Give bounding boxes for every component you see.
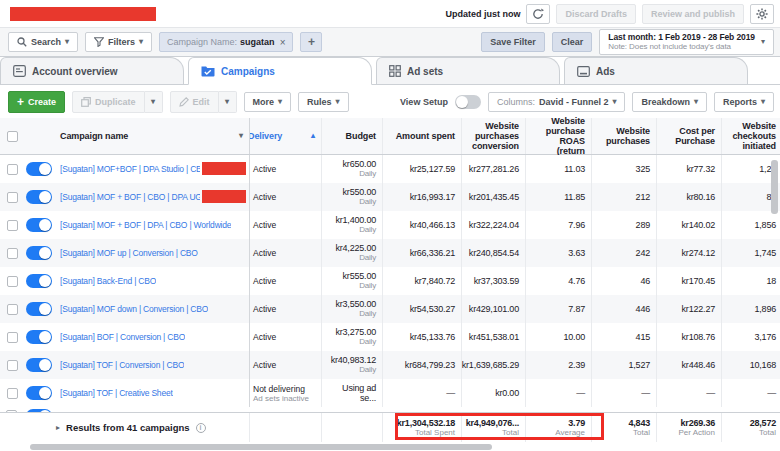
campaign-toggle[interactable] — [24, 211, 54, 239]
row-checkbox[interactable] — [0, 379, 24, 407]
delivery-cell: Active — [250, 351, 322, 379]
duplicate-caret-button[interactable]: ▾ — [145, 91, 163, 113]
checkouts-initiated-cell: 18 — [722, 267, 780, 295]
checkouts-initiated-cell: 1,896 — [722, 295, 780, 323]
more-button[interactable]: More ▾ — [244, 92, 292, 112]
horizontal-scrollbar-thumb[interactable] — [30, 444, 492, 450]
filters-button[interactable]: Filters ▾ — [85, 32, 152, 52]
tab-account-overview[interactable]: Account overview — [0, 57, 184, 84]
campaign-name-link[interactable]: [Sugatan] MOF down | Conversion | CBO — [60, 304, 208, 314]
discard-drafts-button[interactable]: Discard Drafts — [556, 4, 636, 24]
totals-roas: 3.79Average — [526, 413, 592, 442]
campaign-toggle[interactable] — [24, 323, 54, 351]
row-checkbox[interactable] — [0, 351, 24, 379]
row-checkbox[interactable] — [0, 295, 24, 323]
chevron-down-icon: ▾ — [65, 38, 69, 46]
reports-button[interactable]: Reports ▾ — [714, 92, 774, 112]
delivery-cell: Active — [250, 323, 322, 351]
level-tabs: Account overview Campaigns Ad sets Ads — [0, 57, 780, 85]
header-cost-per-purchase[interactable]: Cost per Purchase — [657, 118, 722, 154]
chevron-down-icon: ▾ — [761, 38, 765, 46]
add-filter-button[interactable]: + — [300, 32, 322, 52]
filter-chip-campaign-name[interactable]: Campaign Name: sugatan × — [159, 32, 293, 52]
campaign-toggle[interactable] — [24, 267, 54, 295]
campaign-name-link[interactable]: [Sugatan] MOF up | Conversion | CBO — [60, 248, 198, 258]
campaign-toggle[interactable] — [24, 379, 54, 407]
header-delivery[interactable]: Delivery▴ — [250, 118, 322, 154]
edit-button[interactable]: Edit — [170, 91, 219, 113]
search-button[interactable]: Search ▾ — [8, 32, 78, 52]
website-purchases-cell: 446 — [592, 295, 657, 323]
amount-spent-cell: — — [383, 379, 462, 407]
duplicate-button[interactable]: Duplicate — [72, 91, 145, 113]
expand-results-icon[interactable]: ▸ — [56, 423, 60, 432]
campaign-toggle[interactable] — [24, 183, 54, 211]
row-checkbox[interactable] — [0, 155, 24, 183]
campaign-name-link[interactable]: [Sugatan] MOF + BOF | DPA | CBO | Worldw… — [60, 220, 231, 230]
view-setup-toggle[interactable] — [455, 95, 481, 109]
refresh-icon — [532, 8, 544, 20]
header-amount-spent[interactable]: Amount spent — [383, 118, 462, 154]
header-website-purchase-roas[interactable]: Website purchase ROAS (return — [526, 118, 592, 154]
table-totals-row: ▸ Results from 41 campaigns i kr1,304,53… — [0, 412, 780, 442]
create-button[interactable]: + Create — [8, 91, 65, 113]
edit-caret-button[interactable]: ▾ — [219, 91, 237, 113]
header-website-checkouts-initiated[interactable]: Website checkouts initiated — [722, 118, 780, 154]
columns-button[interactable]: Columns: David - Funnel 2 ▾ — [488, 92, 626, 112]
row-checkbox[interactable] — [0, 211, 24, 239]
row-checkbox[interactable] — [0, 267, 24, 295]
tab-ad-sets[interactable]: Ad sets — [376, 57, 560, 84]
amount-spent-cell: kr54,530.27 — [383, 295, 462, 323]
rules-button[interactable]: Rules ▾ — [298, 92, 349, 112]
date-range-selector[interactable]: Last month: 1 Feb 2019 - 28 Feb 2019 Not… — [599, 29, 774, 55]
breakdown-button[interactable]: Breakdown ▾ — [632, 92, 707, 112]
delivery-cell: Not deliveringAd sets inactive — [250, 379, 322, 407]
totals-website-purchases: 4,843Total — [592, 413, 657, 442]
updated-status: Updated just now — [445, 9, 520, 19]
totals-delivery-empty — [250, 413, 322, 442]
campaign-toggle[interactable] — [24, 351, 54, 379]
campaign-name-link[interactable]: [Sugatan] MOF + BOF | CBO | DPA UGC | — [60, 192, 200, 202]
header-budget[interactable]: Budget — [322, 118, 383, 154]
refresh-button[interactable] — [526, 4, 550, 24]
table-row: [Sugatan] MOF+BOF | DPA Studio | CBO | A… — [0, 155, 780, 183]
info-icon[interactable]: i — [196, 423, 206, 433]
campaign-name-link[interactable]: [Sugatan] Back-End | CBO — [60, 276, 156, 286]
campaign-toggle[interactable] — [24, 295, 54, 323]
header-website-purchases[interactable]: Website purchases — [592, 118, 657, 154]
totals-cost-per-purchase: kr269.36Per Action — [657, 413, 722, 442]
review-publish-button[interactable]: Review and publish — [642, 4, 744, 24]
settings-button[interactable] — [750, 4, 774, 24]
row-checkbox[interactable] — [0, 183, 24, 211]
campaign-toggle[interactable] — [24, 239, 54, 267]
roas-cell: 7.96 — [526, 211, 592, 239]
table-row: [Sugatan] Back-End | CBO Active kr555.00… — [0, 267, 780, 295]
totals-amount-spent: kr1,304,532.18Total Spent — [383, 413, 462, 442]
header-campaign-name[interactable]: Campaign name▾ — [54, 118, 250, 154]
row-checkbox[interactable] — [0, 323, 24, 351]
chevron-down-icon: ▾ — [761, 98, 765, 106]
tab-campaigns[interactable]: Campaigns — [188, 57, 372, 85]
campaign-name-link[interactable]: [Sugatan] MOF+BOF | DPA Studio | CBO | — [60, 164, 200, 174]
campaign-name-link[interactable]: [Sugatan] TOF | Conversion | CBO — [60, 360, 184, 370]
amount-spent-cell: kr7,840.72 — [383, 267, 462, 295]
campaign-name-link[interactable]: [Sugatan] BOF | Conversion | CBO — [60, 332, 185, 342]
select-all-checkbox[interactable] — [0, 118, 24, 154]
purchases-conversion-cell: kr37,303.59 — [462, 267, 526, 295]
checkouts-initiated-cell: — — [722, 379, 780, 407]
row-checkbox[interactable] — [0, 239, 24, 267]
vertical-scrollbar-thumb[interactable] — [771, 160, 778, 214]
campaign-name-link[interactable]: [Sugatan] TOF | Creative Sheet — [60, 388, 173, 398]
table-row: [Sugatan] MOF + BOF | CBO | DPA UGC | Ac… — [0, 183, 780, 211]
budget-cell: kr550.00Daily — [322, 183, 383, 211]
clear-filter-button[interactable]: Clear — [552, 32, 593, 52]
plus-icon: + — [17, 96, 24, 108]
chevron-down-icon: ▾ — [612, 98, 616, 106]
tab-ads[interactable]: Ads — [564, 57, 748, 84]
budget-cell: kr3,275.00Daily — [322, 323, 383, 351]
remove-filter-icon[interactable]: × — [280, 37, 286, 48]
account-overview-icon — [13, 65, 26, 77]
header-website-purchases-conversion[interactable]: Website purchases conversion — [462, 118, 526, 154]
save-filter-button[interactable]: Save Filter — [481, 32, 545, 52]
campaign-toggle[interactable] — [24, 155, 54, 183]
